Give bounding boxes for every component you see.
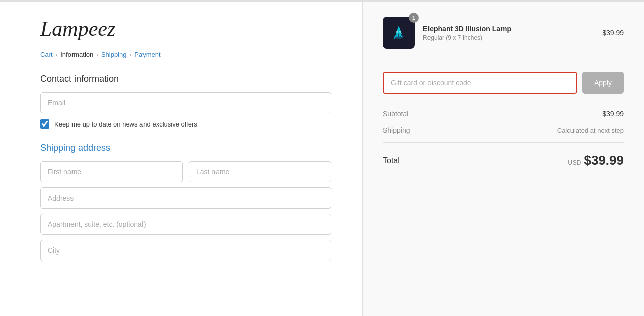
newsletter-checkbox[interactable] (40, 119, 49, 129)
shipping-row: Shipping Calculated at next step (383, 122, 624, 138)
product-variant: Regular (9 x 7 Inches) (423, 34, 594, 41)
shipping-section: Shipping address (40, 143, 331, 261)
product-quantity-badge: 1 (409, 13, 419, 23)
first-name-input[interactable] (40, 161, 183, 182)
product-image (383, 17, 415, 49)
address-input[interactable] (40, 187, 331, 209)
subtotal-row: Subtotal $39.99 (383, 106, 624, 122)
apply-button[interactable]: Apply (582, 72, 624, 94)
breadcrumb-payment[interactable]: Payment (134, 51, 160, 58)
name-row (40, 161, 331, 182)
product-name: Elephant 3D Illusion Lamp (423, 25, 594, 33)
city-input[interactable] (40, 240, 331, 261)
left-panel: Lampeez Cart › Information › Shipping › … (0, 2, 362, 316)
totals-section: Subtotal $39.99 Shipping Calculated at n… (383, 104, 624, 174)
svg-point-2 (399, 31, 401, 33)
newsletter-row: Keep me up to date on news and exclusive… (40, 119, 331, 129)
product-image-wrap: 1 (383, 17, 415, 49)
shipping-value: Calculated at next step (557, 127, 624, 134)
site-logo: Lampeez (40, 17, 331, 41)
contact-section-title: Contact information (40, 74, 331, 84)
product-info: Elephant 3D Illusion Lamp Regular (9 x 7… (423, 25, 594, 41)
product-price: $39.99 (602, 29, 624, 37)
breadcrumb-sep-2: › (96, 52, 98, 58)
subtotal-label: Subtotal (383, 110, 408, 118)
city-row (40, 240, 331, 261)
breadcrumb-information: Information (60, 51, 93, 58)
apartment-row (40, 214, 331, 235)
breadcrumb: Cart › Information › Shipping › Payment (40, 51, 331, 58)
product-image-svg (389, 23, 409, 43)
total-value-wrap: USD $39.99 (568, 153, 624, 168)
total-currency: USD (568, 159, 581, 166)
discount-input[interactable] (383, 72, 577, 94)
breadcrumb-shipping[interactable]: Shipping (101, 51, 127, 58)
right-panel: 1 Elephant 3D Illusion Lamp Regular (9 x… (362, 2, 644, 316)
address-row (40, 187, 331, 209)
totals-divider (383, 142, 624, 143)
email-row (40, 92, 331, 113)
breadcrumb-cart[interactable]: Cart (40, 51, 53, 58)
email-input[interactable] (40, 92, 331, 113)
total-label: Total (383, 156, 400, 165)
apartment-input[interactable] (40, 214, 331, 235)
last-name-input[interactable] (189, 161, 331, 182)
page-container: Lampeez Cart › Information › Shipping › … (0, 2, 644, 316)
svg-point-1 (396, 31, 398, 33)
newsletter-label: Keep me up to date on news and exclusive… (54, 120, 197, 128)
subtotal-value: $39.99 (602, 110, 624, 118)
breadcrumb-sep-3: › (130, 52, 132, 58)
shipping-label: Shipping (383, 126, 410, 134)
product-row: 1 Elephant 3D Illusion Lamp Regular (9 x… (383, 17, 624, 59)
breadcrumb-sep-1: › (56, 52, 58, 58)
shipping-section-title: Shipping address (40, 143, 331, 153)
discount-row: Apply (383, 72, 624, 94)
total-row: Total USD $39.99 (383, 147, 624, 174)
total-amount: $39.99 (584, 153, 624, 168)
